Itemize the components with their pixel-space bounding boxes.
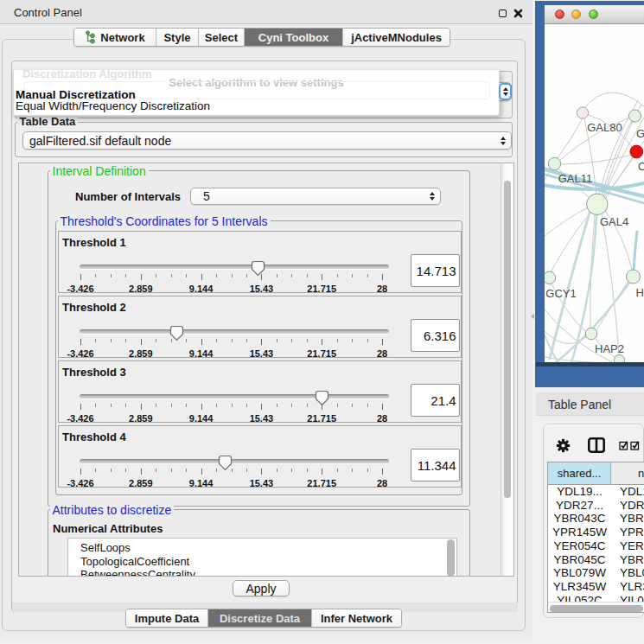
svg-text:GCY1: GCY1 [545,287,576,300]
svg-text:HAP2: HAP2 [595,342,624,355]
svg-text:GAL4: GAL4 [600,215,628,228]
svg-text:H: H [636,286,644,299]
svg-text:GAL80: GAL80 [587,121,622,134]
svg-text:GAL11: GAL11 [558,172,593,185]
svg-text:C: C [638,160,644,173]
svg-text:G...: G... [636,127,644,140]
